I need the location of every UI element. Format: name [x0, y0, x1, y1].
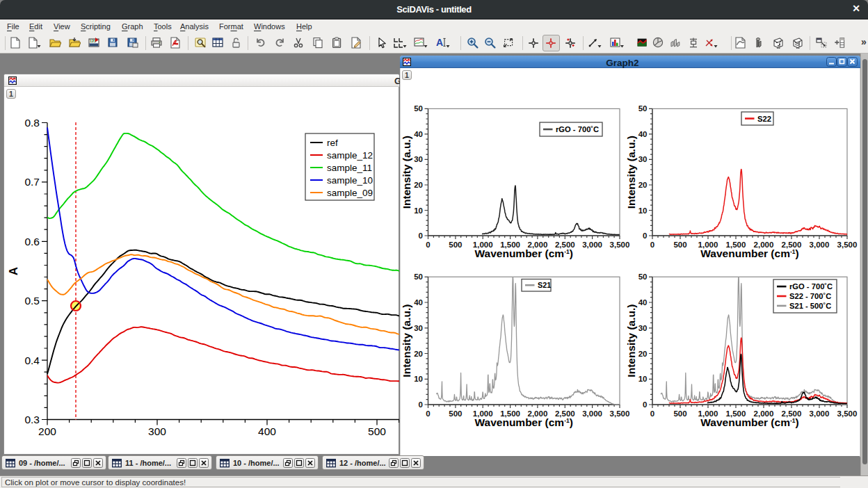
svg-text:30: 30: [414, 155, 423, 163]
svg-text:40: 40: [638, 298, 648, 307]
svg-text:200: 200: [38, 425, 56, 437]
svg-text:A: A: [436, 37, 443, 48]
svg-text:Intensity (a.u.): Intensity (a.u.): [625, 304, 637, 377]
svg-text:3,000: 3,000: [582, 409, 602, 418]
svg-text:30: 30: [638, 155, 648, 163]
svg-text:0.6: 0.6: [24, 236, 40, 247]
svg-text:0: 0: [650, 409, 654, 418]
svg-text:300: 300: [148, 425, 166, 437]
svg-text:3,500: 3,500: [837, 241, 858, 249]
svg-text:10: 10: [638, 375, 648, 383]
svg-text:sample_10: sample_10: [327, 175, 373, 186]
svg-text:0.7: 0.7: [24, 176, 40, 188]
svg-text:0.3: 0.3: [24, 414, 40, 425]
svg-text:40: 40: [414, 130, 423, 138]
svg-text:Wavenumber (cm-1): Wavenumber (cm-1): [475, 247, 573, 259]
svg-text:0: 0: [426, 409, 430, 418]
svg-text:S22 - 700˚C: S22 - 700˚C: [789, 292, 831, 300]
svg-text:123: 123: [90, 39, 96, 43]
svg-text:20: 20: [638, 181, 648, 189]
svg-text:sample_12: sample_12: [327, 150, 373, 161]
svg-text:A: A: [7, 267, 20, 275]
svg-text:3,500: 3,500: [610, 241, 630, 249]
svg-text:500: 500: [673, 409, 686, 418]
svg-text:Wavenumber (cm-1): Wavenumber (cm-1): [700, 416, 798, 428]
svg-text:20: 20: [414, 350, 423, 358]
svg-text:10: 10: [414, 375, 423, 383]
svg-text:10: 10: [638, 206, 648, 215]
svg-text:Intensity (a.u.): Intensity (a.u.): [401, 304, 413, 377]
svg-text:500: 500: [368, 425, 386, 437]
svg-text:sample_09: sample_09: [327, 188, 373, 198]
svg-text:ref: ref: [327, 138, 338, 148]
svg-text:0: 0: [426, 241, 430, 249]
svg-text:30: 30: [638, 324, 648, 332]
svg-text:400: 400: [258, 425, 276, 437]
svg-text:500: 500: [449, 241, 462, 249]
svg-text:40: 40: [638, 130, 648, 138]
svg-text:0: 0: [643, 400, 647, 409]
svg-text:0.5: 0.5: [24, 295, 40, 307]
svg-text:20: 20: [414, 181, 423, 189]
svg-text:0.4: 0.4: [24, 355, 40, 366]
svg-text:20: 20: [638, 350, 648, 358]
svg-text:0: 0: [419, 231, 423, 240]
svg-text:0: 0: [650, 241, 654, 249]
svg-text:50: 50: [638, 273, 648, 281]
svg-text:3,500: 3,500: [610, 409, 630, 418]
svg-text:3,000: 3,000: [810, 241, 830, 249]
svg-text:3,000: 3,000: [582, 241, 602, 249]
svg-text:30: 30: [414, 324, 423, 332]
svg-text:50: 50: [414, 104, 423, 113]
svg-text:Wavenumber (cm-1): Wavenumber (cm-1): [475, 416, 573, 428]
svg-text:rGO - 700˚C: rGO - 700˚C: [789, 282, 833, 291]
svg-text:Wavenumber (cm-1): Wavenumber (cm-1): [700, 247, 798, 259]
svg-text:0.8: 0.8: [24, 117, 40, 129]
svg-text:S21 - 500˚C: S21 - 500˚C: [789, 302, 831, 310]
svg-text:0: 0: [419, 400, 423, 409]
svg-text:50: 50: [638, 104, 648, 113]
svg-text:S22: S22: [757, 115, 771, 123]
svg-text:10: 10: [414, 206, 423, 215]
svg-text:50: 50: [414, 273, 423, 281]
svg-text:S21: S21: [538, 281, 551, 289]
svg-text:sample_11: sample_11: [327, 163, 372, 173]
svg-text:Intensity (a.u.): Intensity (a.u.): [401, 136, 413, 209]
svg-text:Intensity (a.u.): Intensity (a.u.): [625, 136, 637, 209]
svg-text:500: 500: [673, 241, 686, 249]
svg-text:3,500: 3,500: [837, 409, 858, 418]
svg-text:3,000: 3,000: [810, 409, 830, 418]
svg-text:500: 500: [449, 409, 462, 418]
svg-text:0: 0: [643, 231, 647, 240]
svg-text:rGO - 700˚C: rGO - 700˚C: [556, 125, 599, 133]
svg-text:40: 40: [414, 298, 423, 307]
